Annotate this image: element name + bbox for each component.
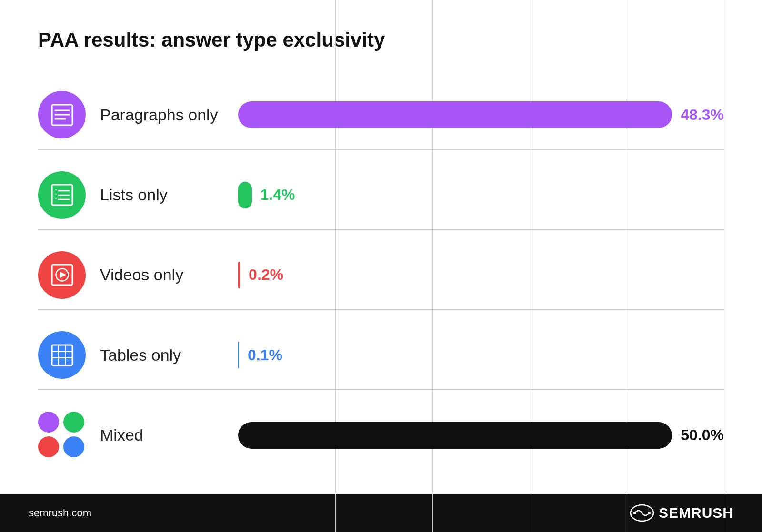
mixed-icon-cluster [38,412,86,459]
mixed-bar [238,422,672,449]
lists-value: 1.4% [261,186,295,204]
lists-label: Lists only [100,186,224,204]
videos-bar [238,262,240,288]
paragraphs-label: Paragraphs only [100,106,224,124]
lists-bar-container: 1.4% [238,179,724,211]
tables-bar [238,342,239,368]
semrush-icon [630,504,654,522]
cluster-dot [38,436,59,457]
cluster-dot [63,412,84,433]
videos-label: Videos only [100,266,224,284]
semrush-logo: SEMRUSH [630,504,733,522]
row-separator [38,389,724,390]
row-lists: * * * Lists only1.4% [38,161,724,230]
chart-title: PAA results: answer type exclusivity [38,29,724,51]
semrush-text: SEMRUSH [659,505,733,521]
tables-value: 0.1% [248,346,282,364]
tables-bar-container: 0.1% [238,339,724,371]
grid-line [335,0,336,532]
svg-marker-13 [60,272,66,278]
videos-icon [38,251,86,299]
row-mixed: Mixed50.0% [38,401,724,470]
grid-line [724,0,724,532]
tables-icon [38,331,86,379]
row-content-tables: Tables only0.1% [38,321,724,389]
footer: semrush.com SEMRUSH [0,494,762,532]
row-separator [38,309,724,310]
mixed-bar-container: 50.0% [238,419,724,452]
cluster-dot [63,436,84,457]
videos-value: 0.2% [249,266,283,284]
mixed-label: Mixed [100,426,224,444]
grid-line [432,0,433,532]
svg-point-20 [633,512,636,514]
row-tables: Tables only0.1% [38,321,724,390]
row-separator [38,149,724,150]
cluster-dot [38,412,59,433]
svg-rect-14 [52,345,72,365]
svg-point-21 [648,512,651,514]
row-separator [38,229,724,230]
grid-line [627,0,627,532]
mixed-value: 50.0% [681,426,724,444]
main-content: PAA results: answer type exclusivity Par… [0,0,762,494]
row-paragraphs: Paragraphs only48.3% [38,80,724,150]
row-content-videos: Videos only0.2% [38,241,724,309]
rows-wrapper: Paragraphs only48.3% * * * Lists only1.4… [38,75,724,475]
row-videos: Videos only0.2% [38,241,724,310]
paragraphs-bar [238,101,672,128]
lists-bar [238,182,252,208]
row-content-mixed: Mixed50.0% [38,401,724,470]
lists-icon: * * * [38,171,86,219]
svg-text:*: * [55,197,57,202]
paragraphs-icon [38,91,86,138]
row-content-lists: * * * Lists only1.4% [38,161,724,229]
paragraphs-bar-container: 48.3% [238,99,724,131]
tables-label: Tables only [100,346,224,365]
row-content-paragraphs: Paragraphs only48.3% [38,80,724,149]
grid-line [530,0,530,532]
footer-url: semrush.com [29,507,91,519]
paragraphs-value: 48.3% [681,106,724,124]
videos-bar-container: 0.2% [238,259,724,291]
